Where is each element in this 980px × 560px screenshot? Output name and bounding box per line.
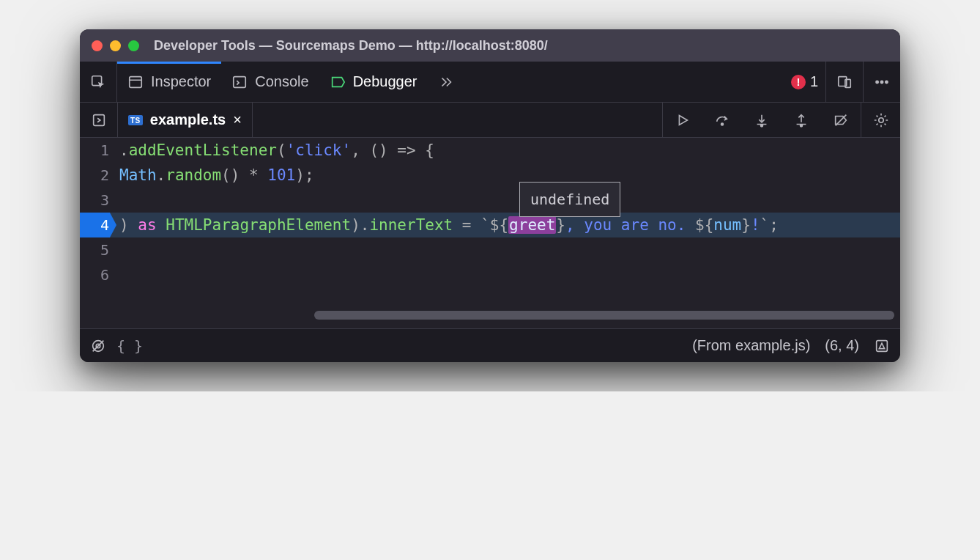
tab-inspector[interactable]: Inspector [117,62,221,102]
value-tooltip: undefined [519,182,620,217]
code-line: 6 [80,262,900,287]
error-icon: ! [791,75,806,89]
debugger-settings-button[interactable] [861,103,900,137]
window-minimize-button[interactable] [110,40,121,51]
svg-rect-1 [130,76,142,87]
line-number[interactable]: 1 [80,138,116,163]
debug-controls [662,103,900,137]
code-line: 2 Math.random() * 101); [80,163,900,188]
scrollbar-thumb[interactable] [314,311,894,320]
window-title: Developer Tools — Sourcemaps Demo — http… [154,38,548,54]
tab-console[interactable]: Console [221,62,319,102]
error-count-value: 1 [810,73,818,90]
inspector-label: Inspector [151,73,211,90]
typescript-badge: TS [128,115,143,125]
line-number[interactable]: 6 [80,262,116,287]
source-map-toggle-icon[interactable] [874,338,890,354]
horizontal-scrollbar[interactable] [80,309,900,321]
sources-panel-icon [91,112,107,128]
tab-debugger[interactable]: Debugger [319,62,428,102]
more-tabs-button[interactable] [428,62,464,102]
window-close-button[interactable] [92,40,103,51]
file-tab-bar: TS example.ts × [80,103,900,138]
responsive-mode-button[interactable] [825,62,864,102]
line-number[interactable]: 5 [80,237,116,262]
code-line: 3 [80,188,900,213]
svg-point-8 [886,81,888,83]
traffic-lights [92,40,139,51]
debugger-icon [330,74,346,90]
devices-icon [836,74,853,90]
code-line-current: 4 ) as HTMLParagraphElement).innerText =… [80,213,900,237]
titlebar: Developer Tools — Sourcemaps Demo — http… [80,29,900,62]
cursor-position: (6, 4) [825,337,859,354]
blackbox-icon[interactable] [90,338,106,354]
pick-element-icon [90,74,106,90]
file-name: example.ts [150,111,226,128]
svg-point-10 [721,123,724,125]
svg-point-7 [880,81,883,83]
error-count[interactable]: ! 1 [791,73,825,90]
svg-point-16 [878,117,883,122]
step-in-button[interactable] [742,103,782,137]
sources-tree-toggle[interactable] [80,103,118,137]
line-number[interactable]: 2 [80,163,116,188]
chevrons-right-icon [438,74,454,90]
step-over-button[interactable] [702,103,742,137]
status-bar: { } (From example.js) (6, 4) [80,328,900,362]
close-tab-button[interactable]: × [233,111,242,128]
resume-button[interactable] [663,103,702,137]
code-line: 1 .addEventListener('click', () => { [80,138,900,163]
console-label: Console [255,73,308,90]
deactivate-breakpoints-button[interactable] [821,103,861,137]
kebab-icon [874,74,890,90]
file-tab-example-ts[interactable]: TS example.ts × [118,103,253,137]
svg-rect-9 [93,114,104,125]
toolbar: Inspector Console Debugger ! 1 [80,62,900,103]
source-map-origin: (From example.js) [692,337,810,354]
line-number[interactable]: 4 [80,213,116,237]
devtools-window: Developer Tools — Sourcemaps Demo — http… [80,29,900,362]
pretty-print-button[interactable]: { } [116,337,143,355]
window-zoom-button[interactable] [128,40,139,51]
debugger-label: Debugger [353,73,417,90]
overflow-menu-button[interactable] [864,62,900,102]
line-number[interactable]: 3 [80,188,116,213]
code-line: 5 [80,237,900,262]
pick-element-button[interactable] [80,62,117,102]
svg-rect-3 [234,76,246,87]
code-editor[interactable]: 1 .addEventListener('click', () => { 2 M… [80,138,900,328]
step-out-button[interactable] [782,103,821,137]
console-icon [231,74,248,90]
inspector-icon [127,74,144,90]
svg-point-6 [876,81,878,83]
